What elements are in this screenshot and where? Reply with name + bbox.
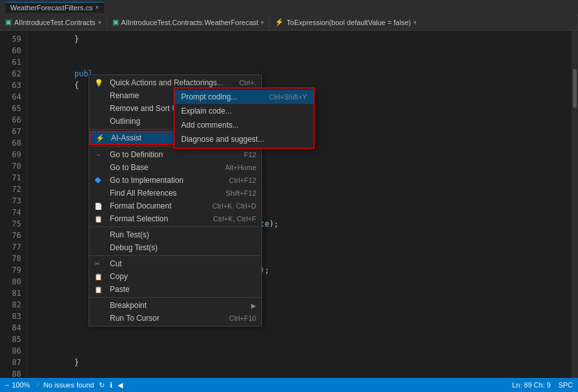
nav-label-2: AIIntroduceTest.Contracts.WeatherForecas… [121, 19, 259, 26]
submenu-item-explain-code[interactable]: Explain code... [175, 104, 313, 118]
file-tab[interactable]: WeatherForecastFilters.cs × [5, 2, 104, 13]
breakpoint-arrow: ▶ [251, 302, 256, 309]
diagnose-label: Diagnose and suggest... [181, 135, 307, 144]
menu-item-format-selection[interactable]: 📋 Format Selection Ctrl+K, Ctrl+F [89, 212, 261, 225]
prompt-coding-shortcut: Ctrl+Shift+Y [269, 93, 307, 101]
go-definition-label: Go to Definition [110, 150, 239, 159]
zoom-minus[interactable]: − [5, 381, 9, 389]
status-bar: − 100% ✓ No issues found ↻ ℹ ◀ Ln: 89 Ch… [0, 378, 578, 392]
find-references-shortcut: Shift+F12 [226, 189, 256, 197]
menu-item-find-references[interactable]: Find All References Shift+F12 [89, 187, 261, 200]
prompt-coding-label: Prompt coding... [181, 92, 269, 101]
nav-segment-3[interactable]: ⚡ ToExpression(bool defaultValue = false… [270, 14, 578, 30]
line-numbers: 59 60 61 62 63 64 65 66 67 68 69 70 71 7… [0, 31, 27, 378]
nav-chevron-3: ▾ [414, 19, 417, 26]
go-definition-shortcut: F12 [244, 151, 256, 158]
go-implementation-icon: 🔷 [94, 177, 106, 183]
quick-actions-shortcut: Ctrl+. [239, 79, 256, 87]
submenu-item-add-comments[interactable]: Add comments... [175, 118, 313, 132]
code-line-87: } [37, 357, 572, 368]
format-doc-label: Format Document [110, 201, 207, 210]
copy-icon: 📋 [94, 273, 106, 280]
menu-item-run-tests[interactable]: Run Test(s) [89, 228, 261, 241]
menu-item-go-definition[interactable]: → Go to Definition F12 [89, 148, 261, 161]
menu-item-paste[interactable]: 📋 Paste [89, 283, 261, 296]
explain-code-label: Explain code... [181, 107, 307, 115]
nav-chevron-2: ▾ [261, 19, 264, 26]
find-references-label: Find All References [110, 189, 221, 198]
info-icon[interactable]: ℹ [110, 381, 112, 389]
go-implementation-label: Go to Implementation [110, 176, 224, 185]
status-right: Ln: 89 Ch: 9 SPC [512, 381, 573, 389]
nav-segment-2[interactable]: ▣ AIIntroduceTest.Contracts.WeatherForec… [107, 14, 270, 30]
menu-item-go-base[interactable]: Go to Base Alt+Home [89, 161, 261, 174]
ai-assist-icon: ⚡ [96, 134, 107, 142]
nav-bar: ▣ AIIntroduceTest.Contracts ▾ ▣ AIIntrod… [0, 14, 578, 31]
quick-actions-icon: 💡 [94, 79, 106, 87]
scroll-left-icon[interactable]: ◀ [118, 381, 123, 389]
separator-5 [89, 297, 261, 298]
paste-icon: 📋 [94, 286, 106, 293]
ai-submenu: Prompt coding... Ctrl+Shift+Y Explain co… [173, 87, 315, 149]
menu-item-go-implementation[interactable]: 🔷 Go to Implementation Ctrl+F12 [89, 174, 261, 187]
add-comments-label: Add comments... [181, 121, 307, 130]
vertical-scrollbar[interactable] [572, 31, 578, 378]
code-line-61 [37, 56, 572, 68]
title-bar: WeatherForecastFilters.cs × [0, 0, 578, 14]
issues-label: No issues found [44, 381, 94, 389]
zoom-level: 100% [12, 381, 30, 389]
code-line-85 [37, 334, 572, 345]
format-doc-shortcut: Ctrl+K, Ctrl+D [213, 202, 256, 210]
separator-4 [89, 255, 261, 256]
scrollbar-thumb[interactable] [573, 69, 577, 108]
status-left: − 100% ✓ No issues found ↻ ℹ ◀ [5, 381, 123, 389]
menu-item-run-cursor[interactable]: Run To Cursor Ctrl+F10 [89, 312, 261, 325]
nav-label-1: AIIntroduceTest.Contracts [14, 19, 96, 26]
format-selection-icon: 📋 [94, 216, 106, 223]
code-line-59: } [37, 33, 572, 45]
run-cursor-label: Run To Cursor [110, 314, 224, 323]
submenu-item-diagnose[interactable]: Diagnose and suggest... [175, 132, 313, 146]
separator-3 [89, 226, 261, 227]
status-issues[interactable]: ✓ No issues found [35, 381, 94, 389]
refresh-icon[interactable]: ↻ [99, 381, 105, 389]
file-tab-label: WeatherForecastFilters.cs [10, 4, 92, 12]
breakpoint-label: Breakpoint [110, 301, 249, 310]
copy-label: Copy [110, 272, 256, 281]
nav-chevron-1: ▾ [98, 19, 101, 26]
run-cursor-shortcut: Ctrl+F10 [229, 314, 257, 322]
code-line-86 [37, 345, 572, 357]
code-line-60 [37, 45, 572, 56]
menu-item-format-doc[interactable]: 📄 Format Document Ctrl+K, Ctrl+D [89, 200, 261, 212]
code-line-88 [37, 368, 572, 378]
go-implementation-shortcut: Ctrl+F12 [229, 176, 257, 184]
go-base-shortcut: Alt+Home [225, 164, 256, 171]
menu-item-breakpoint[interactable]: Breakpoint ▶ [89, 299, 261, 312]
quick-actions-label: Quick Actions and Refactorings... [110, 78, 234, 87]
nav-label-3: ToExpression(bool defaultValue = false) [286, 19, 410, 26]
menu-item-copy[interactable]: 📋 Copy [89, 270, 261, 283]
cut-icon: ✂ [94, 260, 106, 268]
issues-icon: ✓ [35, 381, 41, 389]
cursor-position: Ln: 89 Ch: 9 [512, 381, 550, 389]
paste-label: Paste [110, 285, 256, 294]
debug-tests-label: Debug Test(s) [110, 243, 256, 252]
format-doc-icon: 📄 [94, 203, 106, 210]
cut-label: Cut [110, 259, 256, 268]
format-selection-label: Format Selection [110, 214, 208, 223]
close-tab-button[interactable]: × [95, 4, 99, 11]
menu-item-cut[interactable]: ✂ Cut [89, 257, 261, 270]
nav-icon-2: ▣ [112, 18, 119, 26]
status-zoom[interactable]: − 100% [5, 381, 30, 389]
run-tests-label: Run Test(s) [110, 230, 256, 239]
encoding: SPC [558, 381, 573, 389]
submenu-item-prompt-coding[interactable]: Prompt coding... Ctrl+Shift+Y [175, 90, 313, 104]
nav-icon-3: ⚡ [275, 18, 284, 26]
nav-icon-1: ▣ [5, 18, 12, 26]
go-base-label: Go to Base [110, 163, 220, 172]
editor-container: 59 60 61 62 63 64 65 66 67 68 69 70 71 7… [0, 31, 578, 378]
nav-segment-1[interactable]: ▣ AIIntroduceTest.Contracts ▾ [0, 14, 107, 30]
go-definition-icon: → [94, 151, 106, 158]
menu-item-debug-tests[interactable]: Debug Test(s) [89, 241, 261, 254]
format-selection-shortcut: Ctrl+K, Ctrl+F [213, 215, 256, 223]
